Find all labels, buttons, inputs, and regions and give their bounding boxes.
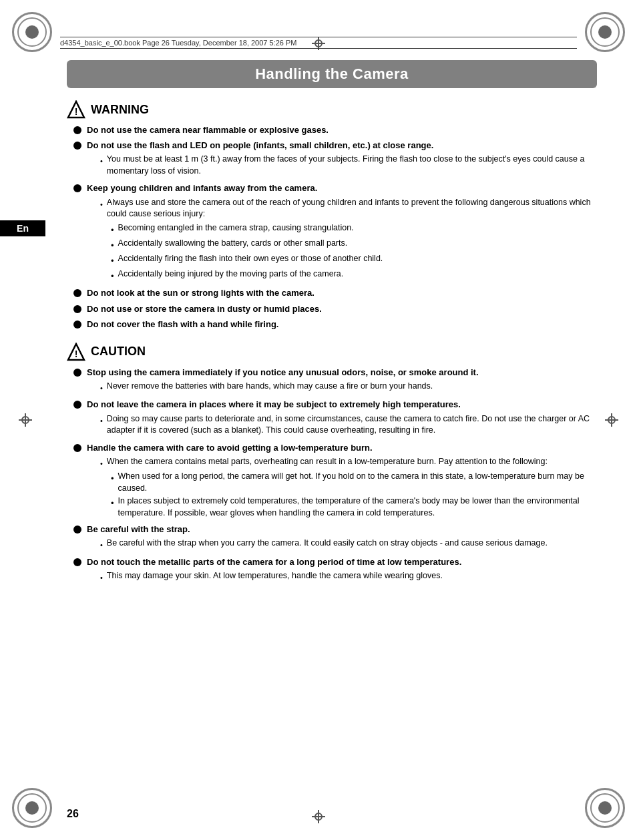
- sub-bullet-dot: •: [100, 416, 103, 426]
- bullet-text: Do not look at the sun or strong lights …: [87, 287, 597, 299]
- sub-bullet-item: •Always use and store the camera out of …: [100, 197, 597, 220]
- sub-sub-item: •Accidentally being injured by the movin…: [111, 268, 597, 282]
- bullet-text: Do not use the camera near flammable or …: [87, 124, 597, 136]
- sub-sub-dot: •: [111, 255, 114, 267]
- svg-text:!: !: [75, 349, 78, 359]
- bullet-item: Do not cover the flash with a hand while…: [67, 319, 597, 331]
- sub-sub-item: •Accidentally swallowing the battery, ca…: [111, 238, 597, 252]
- sub-bullet-dot: •: [100, 459, 103, 469]
- corner-decoration-tl: [12, 12, 52, 52]
- sub-bullet-item: •Be careful with the strap when you carr…: [100, 538, 597, 550]
- bullet-item: Be careful with the strap.•Be careful wi…: [67, 523, 597, 553]
- bullet-item: Keep young children and infants away fro…: [67, 182, 597, 284]
- sub-sub-item: •When used for a long period, the camera…: [111, 471, 597, 494]
- sub-sub-dot: •: [111, 224, 114, 236]
- sub-bullets: •This may damage your skin. At low tempe…: [87, 570, 597, 583]
- bullet-text: Be careful with the strap.•Be careful wi…: [87, 523, 597, 553]
- sub-bullet-dot: •: [100, 383, 103, 393]
- sub-bullets: •Doing so may cause parts to deteriorate…: [87, 413, 597, 437]
- bullet-text: Do not cover the flash with a hand while…: [87, 319, 597, 331]
- bullet-item: Do not look at the sun or strong lights …: [67, 287, 597, 299]
- bullet-item: Do not use the flash and LED on people (…: [67, 140, 597, 179]
- sub-bullet-item: •Doing so may cause parts to deteriorate…: [100, 413, 597, 437]
- sub-sub-item: •In places subject to extremely cold tem…: [111, 495, 597, 519]
- bullet-text: Do not use the flash and LED on people (…: [87, 140, 597, 179]
- warning-items-container: Do not use the camera near flammable or …: [67, 124, 597, 331]
- svg-text:!: !: [75, 106, 78, 117]
- bullet-circle: [73, 558, 81, 566]
- bullet-text: Do not touch the metallic parts of the c…: [87, 556, 597, 586]
- sub-bullets: •Never remove the batteries with bare ha…: [87, 381, 597, 393]
- crosshair-mid-right: [605, 413, 618, 427]
- bullet-circle: [73, 289, 81, 297]
- sub-bullet-item: •When the camera contains metal parts, o…: [100, 456, 597, 469]
- crosshair-bottom-center: [312, 810, 325, 823]
- sub-bullet-dot: •: [100, 540, 103, 550]
- crosshair-mid-left: [19, 413, 32, 427]
- bullet-circle: [73, 401, 81, 409]
- bullet-text: Do not use or store the camera in dusty …: [87, 303, 597, 315]
- bullet-circle: [73, 184, 81, 192]
- sub-sub-text: Accidentally firing the flash into their…: [118, 253, 383, 265]
- sub-sub-text: In places subject to extremely cold temp…: [118, 495, 597, 519]
- bullet-text: Keep young children and infants away fro…: [87, 182, 597, 284]
- warning-icon: !: [67, 100, 85, 119]
- sub-sub-text: Accidentally being injured by the moving…: [118, 268, 344, 280]
- sub-sub-item: •Accidentally firing the flash into thei…: [111, 253, 597, 267]
- corner-decoration-tr: [585, 12, 625, 52]
- corner-decoration-br: [585, 788, 625, 828]
- bullet-text: Do not leave the camera in places where …: [87, 399, 597, 438]
- caution-icon: !: [67, 343, 85, 361]
- sub-bullet-item: •You must be at least 1 m (3 ft.) away f…: [100, 154, 597, 177]
- metadata-text: d4354_basic_e_00.book Page 26 Tuesday, D…: [60, 39, 297, 47]
- metadata-bar: d4354_basic_e_00.book Page 26 Tuesday, D…: [60, 37, 577, 49]
- language-label: En: [0, 220, 45, 236]
- bullet-item: Do not use or store the camera in dusty …: [67, 303, 597, 315]
- page-number: 26: [67, 808, 79, 820]
- corner-decoration-bl: [12, 788, 52, 828]
- title-bar: Handling the Camera: [67, 60, 597, 88]
- bullet-item: Do not leave the camera in places where …: [67, 399, 597, 438]
- caution-section-header: ! CAUTION: [67, 343, 597, 361]
- sub-bullet-text: Always use and store the camera out of t…: [107, 197, 597, 220]
- sub-sub-dot: •: [111, 270, 114, 282]
- sub-sub-text: When used for a long period, the camera …: [118, 471, 597, 494]
- bullet-circle: [73, 526, 81, 534]
- warning-section-header: ! WARNING: [67, 100, 597, 119]
- caution-heading: CAUTION: [91, 345, 146, 359]
- sub-bullet-text: This may damage your skin. At low temper…: [107, 570, 443, 582]
- bullet-circle: [73, 444, 81, 452]
- bullet-item: Do not touch the metallic parts of the c…: [67, 556, 597, 586]
- sub-bullet-text: Never remove the batteries with bare han…: [107, 381, 433, 393]
- sub-sub-text: Becoming entangled in the camera strap, …: [118, 222, 354, 234]
- sub-bullet-text: Doing so may cause parts to deteriorate …: [107, 413, 597, 437]
- bullet-circle: [73, 126, 81, 134]
- bullet-circle: [73, 305, 81, 313]
- sub-sub-bullets: •When used for a long period, the camera…: [100, 471, 597, 519]
- sub-sub-dot: •: [111, 240, 114, 252]
- bullet-circle: [73, 321, 81, 329]
- sub-bullet-text: Be careful with the strap when you carry…: [107, 538, 548, 550]
- sub-sub-text: Accidentally swallowing the battery, car…: [118, 238, 348, 250]
- bullet-text: Stop using the camera immediately if you…: [87, 367, 597, 396]
- sub-sub-dot: •: [111, 473, 114, 485]
- bullet-circle: [73, 142, 81, 150]
- bullet-item: Do not use the camera near flammable or …: [67, 124, 597, 136]
- sub-bullet-text: You must be at least 1 m (3 ft.) away fr…: [107, 154, 597, 177]
- sub-bullet-text: When the camera contains metal parts, ov…: [107, 456, 548, 468]
- bullet-item: Stop using the camera immediately if you…: [67, 367, 597, 396]
- caution-items-container: Stop using the camera immediately if you…: [67, 367, 597, 586]
- sub-bullet-item: •Never remove the batteries with bare ha…: [100, 381, 597, 393]
- sub-bullets: •When the camera contains metal parts, o…: [87, 456, 597, 519]
- bullet-item: Handle the camera with care to avoid get…: [67, 442, 597, 521]
- page-title: Handling the Camera: [67, 65, 597, 83]
- warning-heading: WARNING: [91, 103, 149, 117]
- sub-bullet-item: •This may damage your skin. At low tempe…: [100, 570, 597, 583]
- main-content: Handling the Camera ! WARNING Do not use…: [67, 60, 597, 787]
- sub-sub-bullets: •Becoming entangled in the camera strap,…: [100, 222, 597, 283]
- sub-bullets: •Always use and store the camera out of …: [87, 197, 597, 283]
- bullet-circle: [73, 369, 81, 377]
- sub-bullet-dot: •: [100, 156, 103, 166]
- sub-bullets: •Be careful with the strap when you carr…: [87, 538, 597, 550]
- sub-sub-dot: •: [111, 497, 114, 509]
